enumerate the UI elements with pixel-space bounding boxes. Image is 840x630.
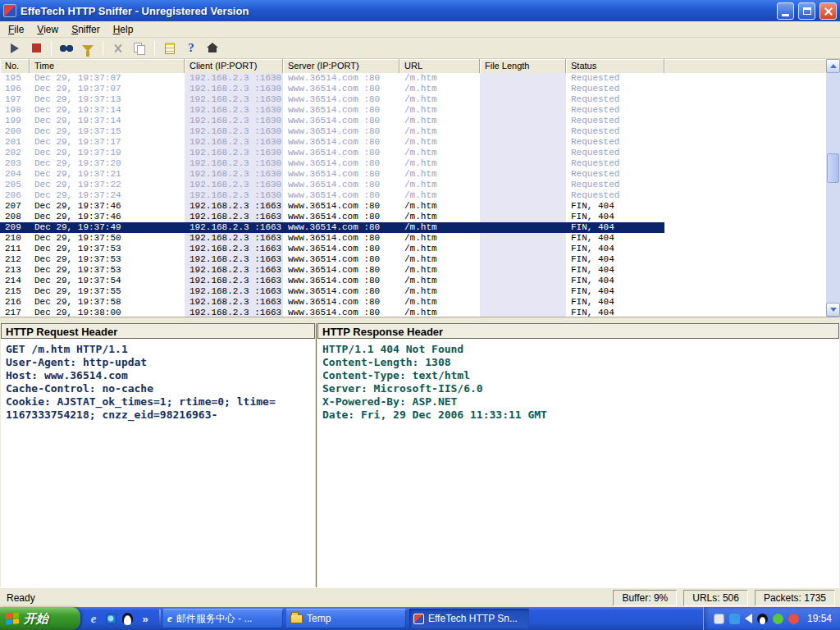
network-icon[interactable] xyxy=(729,614,740,624)
status-packets: Packets: 1735 xyxy=(755,590,835,606)
task-button-mail[interactable]: e 邮件服务中心 - ... xyxy=(163,609,283,628)
cell-client: 192.168.2.3 :1630 xyxy=(185,105,283,116)
ime-icon[interactable] xyxy=(714,614,724,624)
help-button[interactable]: ? xyxy=(181,39,201,57)
table-row[interactable]: 216Dec 29, 19:37:58192.168.2.3 :1663www.… xyxy=(0,297,664,308)
cell-file_length xyxy=(480,222,566,233)
table-row[interactable]: 209Dec 29, 19:37:49192.168.2.3 :1663www.… xyxy=(0,222,664,233)
task-button-temp[interactable]: Temp xyxy=(286,609,406,628)
cell-no: 203 xyxy=(0,158,30,169)
cell-client: 192.168.2.3 :1663 xyxy=(185,308,283,317)
cell-status: Requested xyxy=(566,94,664,105)
find-button[interactable] xyxy=(57,39,76,57)
vertical-splitter[interactable] xyxy=(316,323,317,587)
minimize-button[interactable] xyxy=(777,2,794,20)
header-line: Cookie: AJSTAT_ok_times=1; rtime=0; ltim… xyxy=(6,395,310,409)
column-header-status[interactable]: Status xyxy=(566,59,664,73)
scroll-down-button[interactable] xyxy=(826,303,840,317)
cell-url: /m.htm xyxy=(399,105,480,116)
scroll-up-button[interactable] xyxy=(826,59,840,73)
ie-icon[interactable]: e xyxy=(87,612,100,625)
cell-file_length xyxy=(480,212,566,222)
start-button[interactable]: 开始 xyxy=(0,607,80,630)
menu-file[interactable]: File xyxy=(2,22,30,37)
qq-tray-icon[interactable] xyxy=(757,614,768,624)
table-row[interactable]: 205Dec 29, 19:37:22192.168.2.3 :1630www.… xyxy=(0,180,664,190)
column-header-server[interactable]: Server (IP:PORT) xyxy=(283,59,399,73)
column-header-file_length[interactable]: File Length xyxy=(480,59,566,73)
status-buffer: Buffer: 9% xyxy=(613,590,677,606)
table-row[interactable]: 203Dec 29, 19:37:20192.168.2.3 :1630www.… xyxy=(0,158,664,169)
table-row[interactable]: 204Dec 29, 19:37:21192.168.2.3 :1630www.… xyxy=(0,169,664,180)
table-row[interactable]: 200Dec 29, 19:37:15192.168.2.3 :1630www.… xyxy=(0,126,664,137)
volume-icon[interactable] xyxy=(745,614,752,623)
arrow-up-icon xyxy=(830,64,837,68)
binoculars-icon xyxy=(59,43,74,53)
column-header-no[interactable]: No. xyxy=(0,59,30,73)
copy-button[interactable] xyxy=(130,39,149,57)
cell-url: /m.htm xyxy=(399,94,480,105)
table-row[interactable]: 213Dec 29, 19:37:53192.168.2.3 :1663www.… xyxy=(0,265,664,276)
cell-time: Dec 29, 19:37:07 xyxy=(30,84,185,94)
header-line: HTTP/1.1 404 Not Found xyxy=(322,343,834,356)
table-row[interactable]: 196Dec 29, 19:37:07192.168.2.3 :1630www.… xyxy=(0,84,664,94)
cut-button[interactable] xyxy=(108,39,128,57)
table-row[interactable]: 201Dec 29, 19:37:17192.168.2.3 :1630www.… xyxy=(0,137,664,148)
cell-no: 196 xyxy=(0,84,30,94)
chevron-icon[interactable]: » xyxy=(139,612,152,625)
request-headers[interactable]: GET /m.htm HTTP/1.1User-Agent: http-upda… xyxy=(1,339,315,426)
qq-icon[interactable] xyxy=(122,613,133,625)
title-bar: EffeTech HTTP Sniffer - Unregistered Ver… xyxy=(0,0,840,21)
messenger-icon[interactable] xyxy=(106,614,116,624)
table-row[interactable]: 199Dec 29, 19:37:14192.168.2.3 :1630www.… xyxy=(0,116,664,126)
cell-no: 207 xyxy=(0,201,30,212)
maximize-button[interactable] xyxy=(798,2,815,20)
table-row[interactable]: 212Dec 29, 19:37:53192.168.2.3 :1663www.… xyxy=(0,254,664,265)
menu-view[interactable]: View xyxy=(30,22,65,37)
log-button[interactable] xyxy=(160,39,180,57)
cell-file_length xyxy=(480,73,566,84)
cell-time: Dec 29, 19:37:50 xyxy=(30,233,185,244)
vertical-scrollbar[interactable] xyxy=(826,59,840,317)
messenger-tray-icon[interactable] xyxy=(788,614,799,624)
table-row[interactable]: 206Dec 29, 19:37:24192.168.2.3 :1630www.… xyxy=(0,190,664,201)
scrollbar-thumb[interactable] xyxy=(827,153,839,183)
table-row[interactable]: 217Dec 29, 19:38:00192.168.2.3 :1663www.… xyxy=(0,308,664,317)
table-row[interactable]: 195Dec 29, 19:37:07192.168.2.3 :1630www.… xyxy=(0,73,664,84)
table-row[interactable]: 198Dec 29, 19:37:14192.168.2.3 :1630www.… xyxy=(0,105,664,116)
cell-server: www.36514.com :80 xyxy=(283,158,399,169)
close-button[interactable] xyxy=(819,2,837,20)
cell-no: 204 xyxy=(0,169,30,180)
antivirus-icon[interactable] xyxy=(773,614,783,624)
clock: 19:54 xyxy=(804,613,832,624)
menu-sniffer[interactable]: Sniffer xyxy=(65,22,106,37)
table-row[interactable]: 202Dec 29, 19:37:19192.168.2.3 :1630www.… xyxy=(0,148,664,158)
table-row[interactable]: 211Dec 29, 19:37:53192.168.2.3 :1663www.… xyxy=(0,244,664,254)
menu-help[interactable]: Help xyxy=(107,22,140,37)
cell-time: Dec 29, 19:38:00 xyxy=(30,308,185,317)
cell-client: 192.168.2.3 :1663 xyxy=(185,244,283,254)
column-header-url[interactable]: URL xyxy=(399,59,480,73)
table-row[interactable]: 215Dec 29, 19:37:55192.168.2.3 :1663www.… xyxy=(0,286,664,297)
home-button[interactable] xyxy=(203,39,222,57)
table-row[interactable]: 210Dec 29, 19:37:50192.168.2.3 :1663www.… xyxy=(0,233,664,244)
filter-button[interactable] xyxy=(78,39,98,57)
table-row[interactable]: 214Dec 29, 19:37:54192.168.2.3 :1663www.… xyxy=(0,276,664,286)
cell-status: FIN, 404 xyxy=(566,297,664,308)
table-row[interactable]: 208Dec 29, 19:37:46192.168.2.3 :1663www.… xyxy=(0,212,664,222)
cell-file_length xyxy=(480,158,566,169)
column-header-time[interactable]: Time xyxy=(30,59,185,73)
response-headers[interactable]: HTTP/1.1 404 Not FoundContent-Length: 13… xyxy=(317,339,839,426)
table-row[interactable]: 197Dec 29, 19:37:13192.168.2.3 :1630www.… xyxy=(0,94,664,105)
stop-capture-button[interactable] xyxy=(26,39,46,57)
listview: No.TimeClient (IP:PORT)Server (IP:PORT)U… xyxy=(0,59,826,317)
cell-server: www.36514.com :80 xyxy=(283,126,399,137)
cell-time: Dec 29, 19:37:19 xyxy=(30,148,185,158)
header-line: Host: www.36514.com xyxy=(6,369,310,382)
start-capture-button[interactable] xyxy=(5,39,25,57)
horizontal-splitter[interactable] xyxy=(0,317,840,323)
column-header-client[interactable]: Client (IP:PORT) xyxy=(185,59,283,73)
cell-no: 208 xyxy=(0,212,30,222)
task-button-effetech[interactable]: EffeTech HTTP Sn... xyxy=(409,609,529,628)
table-row[interactable]: 207Dec 29, 19:37:46192.168.2.3 :1663www.… xyxy=(0,201,664,212)
